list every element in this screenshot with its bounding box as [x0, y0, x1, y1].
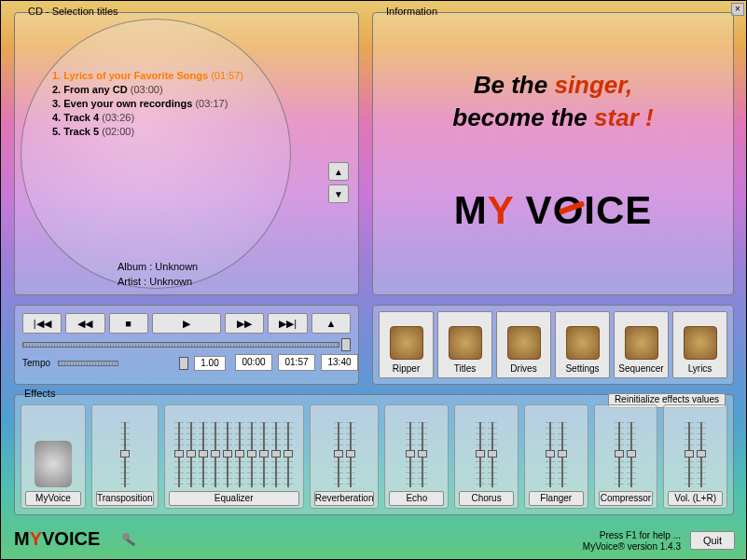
fx-slider[interactable]: [615, 422, 624, 487]
fx-slider[interactable]: [488, 422, 497, 487]
lyrics-icon: [684, 326, 717, 360]
tool-label: Sequencer: [618, 363, 663, 374]
effect-echo-button[interactable]: Echo: [389, 491, 444, 506]
fx-slider[interactable]: [284, 422, 293, 487]
fx-slider[interactable]: [334, 422, 343, 487]
play-button[interactable]: ▶: [152, 313, 221, 334]
tool-label: Ripper: [393, 363, 420, 374]
fx-slider[interactable]: [247, 422, 256, 487]
fx-slider[interactable]: [211, 422, 220, 487]
next-button[interactable]: ▶▶|: [268, 313, 307, 334]
fx-slider[interactable]: [259, 422, 269, 487]
effect-myvoice-button[interactable]: MyVoice: [25, 491, 81, 506]
track-row[interactable]: 2. From any CD (03:00): [52, 83, 323, 97]
logo-small: MYVOICE: [14, 528, 100, 550]
app-window: × CD - Selection titles 1. Lyrics of you…: [0, 0, 747, 560]
fx-slider[interactable]: [697, 422, 706, 487]
tagline-1: Be the singer,: [380, 71, 726, 100]
tool-sequencer[interactable]: Sequencer: [614, 311, 669, 378]
time-total: 13:40: [321, 354, 358, 371]
fx-slider[interactable]: [174, 422, 184, 487]
effect-equalizer: Equalizer: [164, 404, 304, 509]
tagline-2: become the star !: [380, 103, 726, 132]
tempo-value: 1.00: [194, 356, 226, 371]
fx-slider[interactable]: [271, 422, 281, 487]
transport-panel: |◀◀ ◀◀ ■ ▶ ▶▶ ▶▶| ▲ Tempo 1.00 00:00 01:…: [14, 305, 359, 385]
info-panel-title: Information: [382, 6, 441, 17]
album-label: Album : Unknown: [118, 261, 198, 272]
effect-echo: Echo: [384, 404, 449, 509]
fx-slider[interactable]: [187, 422, 196, 487]
effect-compressor: Compressor: [594, 404, 658, 509]
effect-flanger: Flanger: [524, 404, 588, 509]
fx-slider[interactable]: [406, 422, 415, 487]
fx-slider[interactable]: [546, 422, 555, 487]
effects-title: Effects: [24, 388, 55, 399]
effect-reverb: Reverberation: [310, 404, 380, 509]
fx-slider[interactable]: [120, 422, 130, 487]
effect-volume-button[interactable]: Vol. (L+R): [668, 491, 723, 506]
settings-icon: [566, 326, 600, 360]
tool-ripper[interactable]: Ripper: [379, 311, 434, 378]
drives-icon: [507, 326, 541, 360]
tool-lyrics[interactable]: Lyrics: [672, 311, 727, 378]
fx-slider[interactable]: [346, 422, 355, 487]
artist-label: Artist : Unknown: [118, 276, 192, 287]
track-list: 1. Lyrics of your Favorite Songs (01:57)…: [52, 69, 323, 139]
track-row[interactable]: 4. Track 4 (03:26): [52, 111, 323, 125]
seek-slider[interactable]: [22, 337, 351, 352]
titles-icon: [449, 326, 482, 360]
sequencer-icon: [625, 326, 658, 360]
cd-disc-graphic: [21, 19, 291, 289]
svg-rect-1: [126, 539, 135, 546]
effect-equalizer-button[interactable]: Equalizer: [169, 491, 299, 506]
fx-slider[interactable]: [558, 422, 567, 487]
tool-settings[interactable]: Settings: [555, 311, 610, 378]
tempo-slider[interactable]: [58, 356, 188, 371]
fx-slider[interactable]: [627, 422, 636, 487]
effect-transposition-button[interactable]: Transposition: [96, 491, 154, 506]
rewind-button[interactable]: ◀◀: [65, 313, 104, 334]
tool-label: Titles: [454, 363, 477, 374]
version-text: MyVoice® version 1.4.3: [583, 541, 681, 552]
fx-slider[interactable]: [223, 422, 232, 487]
tool-titles[interactable]: Titles: [437, 311, 492, 378]
effect-reverb-button[interactable]: Reverberation: [314, 491, 375, 506]
fx-slider[interactable]: [235, 422, 244, 487]
prev-button[interactable]: |◀◀: [22, 313, 62, 334]
fx-slider[interactable]: [418, 422, 427, 487]
logo-large: MY VOICE: [380, 188, 726, 233]
time-track: 01:57: [278, 354, 315, 371]
cd-panel-title: CD - Selection titles: [24, 6, 122, 17]
track-row[interactable]: 3. Even your own recordings (03:17): [52, 97, 323, 111]
scroll-down-button[interactable]: ▼: [328, 184, 349, 203]
tool-label: Lyrics: [688, 363, 712, 374]
tempo-label: Tempo: [22, 358, 50, 368]
scroll-up-button[interactable]: ▲: [328, 162, 349, 181]
cd-panel: CD - Selection titles 1. Lyrics of your …: [14, 12, 359, 295]
track-row[interactable]: 1. Lyrics of your Favorite Songs (01:57): [52, 69, 323, 83]
footer: MYVOICE Press F1 for help ... MyVoice® v…: [1, 522, 746, 559]
info-panel: Information Be the singer, become the st…: [372, 12, 734, 295]
quit-button[interactable]: Quit: [690, 531, 735, 550]
tools-panel: RipperTitlesDrivesSettingsSequencerLyric…: [372, 305, 734, 385]
effects-panel: Effects Reinitialize effects values MyVo…: [14, 394, 734, 515]
tool-label: Settings: [565, 363, 599, 374]
ffwd-button[interactable]: ▶▶: [225, 313, 264, 334]
effect-compressor-button[interactable]: Compressor: [599, 491, 654, 506]
help-hint: Press F1 for help ...: [600, 530, 681, 540]
effect-chorus-button[interactable]: Chorus: [459, 491, 514, 506]
stop-button[interactable]: ■: [109, 313, 148, 334]
fx-slider[interactable]: [685, 422, 694, 487]
track-row[interactable]: 5. Track 5 (02:00): [52, 125, 323, 139]
time-elapsed: 00:00: [235, 354, 272, 371]
effect-volume: Vol. (L+R): [663, 404, 727, 509]
effect-flanger-button[interactable]: Flanger: [529, 491, 584, 506]
effect-myvoice: MyVoice: [21, 404, 86, 509]
microphone-icon: [35, 441, 72, 487]
fx-slider[interactable]: [199, 422, 208, 487]
microphone-icon: [120, 531, 139, 550]
tool-drives[interactable]: Drives: [496, 311, 551, 378]
fx-slider[interactable]: [476, 422, 485, 487]
eject-button[interactable]: ▲: [311, 313, 351, 334]
